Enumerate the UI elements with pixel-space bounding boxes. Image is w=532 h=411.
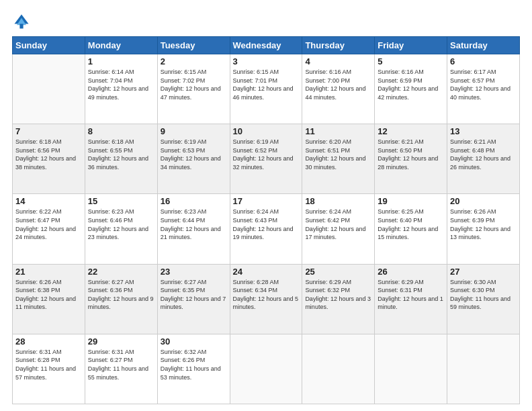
- day-info: Sunrise: 6:27 AMSunset: 6:36 PMDaylight:…: [88, 278, 154, 312]
- col-monday: Monday: [85, 37, 157, 54]
- day-number: 12: [378, 126, 444, 136]
- day-info: Sunrise: 6:29 AMSunset: 6:32 PMDaylight:…: [305, 278, 371, 312]
- table-row: 14Sunrise: 6:22 AMSunset: 6:47 PMDayligh…: [13, 194, 85, 264]
- day-info: Sunrise: 6:23 AMSunset: 6:46 PMDaylight:…: [88, 208, 154, 241]
- table-row: 24Sunrise: 6:28 AMSunset: 6:34 PMDayligh…: [230, 264, 302, 334]
- day-info: Sunrise: 6:21 AMSunset: 6:48 PMDaylight:…: [450, 138, 517, 171]
- calendar-row: 14Sunrise: 6:22 AMSunset: 6:47 PMDayligh…: [13, 194, 520, 264]
- day-info: Sunrise: 6:15 AMSunset: 7:02 PMDaylight:…: [161, 68, 227, 101]
- header-row: Sunday Monday Tuesday Wednesday Thursday…: [13, 37, 520, 54]
- table-row: 12Sunrise: 6:21 AMSunset: 6:50 PMDayligh…: [375, 124, 447, 194]
- day-info: Sunrise: 6:17 AMSunset: 6:57 PMDaylight:…: [450, 68, 517, 101]
- table-row: 28Sunrise: 6:31 AMSunset: 6:28 PMDayligh…: [13, 334, 85, 404]
- day-info: Sunrise: 6:14 AMSunset: 7:04 PMDaylight:…: [88, 68, 154, 101]
- table-row: 1Sunrise: 6:14 AMSunset: 7:04 PMDaylight…: [85, 54, 157, 124]
- logo: [12, 12, 34, 31]
- logo-icon: [12, 12, 31, 31]
- table-row: [375, 334, 447, 404]
- day-info: Sunrise: 6:29 AMSunset: 6:31 PMDaylight:…: [378, 278, 444, 312]
- day-info: Sunrise: 6:19 AMSunset: 6:52 PMDaylight:…: [233, 138, 300, 171]
- table-row: 23Sunrise: 6:27 AMSunset: 6:35 PMDayligh…: [157, 264, 230, 334]
- day-info: Sunrise: 6:26 AMSunset: 6:39 PMDaylight:…: [450, 208, 517, 241]
- calendar-table: Sunday Monday Tuesday Wednesday Thursday…: [12, 36, 520, 404]
- day-info: Sunrise: 6:27 AMSunset: 6:35 PMDaylight:…: [161, 278, 227, 312]
- col-wednesday: Wednesday: [230, 37, 302, 54]
- day-number: 27: [450, 267, 517, 277]
- day-number: 11: [305, 126, 371, 136]
- day-info: Sunrise: 6:31 AMSunset: 6:28 PMDaylight:…: [15, 348, 82, 381]
- table-row: [447, 334, 520, 404]
- day-info: Sunrise: 6:16 AMSunset: 6:59 PMDaylight:…: [378, 68, 444, 101]
- day-number: 6: [450, 56, 517, 66]
- table-row: [302, 334, 375, 404]
- day-number: 23: [161, 267, 227, 277]
- day-number: 22: [88, 267, 154, 277]
- day-number: 7: [15, 126, 82, 136]
- table-row: [13, 54, 85, 124]
- day-number: 9: [161, 126, 227, 136]
- day-number: 10: [233, 126, 300, 136]
- day-number: 2: [161, 56, 227, 66]
- day-number: 20: [450, 196, 517, 206]
- table-row: 7Sunrise: 6:18 AMSunset: 6:56 PMDaylight…: [13, 124, 85, 194]
- day-info: Sunrise: 6:18 AMSunset: 6:56 PMDaylight:…: [15, 138, 82, 171]
- table-row: 11Sunrise: 6:20 AMSunset: 6:51 PMDayligh…: [302, 124, 375, 194]
- table-row: 6Sunrise: 6:17 AMSunset: 6:57 PMDaylight…: [447, 54, 520, 124]
- col-saturday: Saturday: [447, 37, 520, 54]
- day-number: 13: [450, 126, 517, 136]
- day-number: 16: [161, 196, 227, 206]
- calendar-row: 21Sunrise: 6:26 AMSunset: 6:38 PMDayligh…: [13, 264, 520, 334]
- calendar-row: 7Sunrise: 6:18 AMSunset: 6:56 PMDaylight…: [13, 124, 520, 194]
- day-info: Sunrise: 6:24 AMSunset: 6:42 PMDaylight:…: [305, 208, 371, 241]
- day-info: Sunrise: 6:24 AMSunset: 6:43 PMDaylight:…: [233, 208, 300, 241]
- top-section: [12, 12, 520, 31]
- day-info: Sunrise: 6:16 AMSunset: 7:00 PMDaylight:…: [305, 68, 371, 101]
- day-info: Sunrise: 6:23 AMSunset: 6:44 PMDaylight:…: [161, 208, 227, 241]
- page: Sunday Monday Tuesday Wednesday Thursday…: [0, 0, 532, 411]
- day-number: 1: [88, 56, 154, 66]
- table-row: 25Sunrise: 6:29 AMSunset: 6:32 PMDayligh…: [302, 264, 375, 334]
- day-info: Sunrise: 6:31 AMSunset: 6:27 PMDaylight:…: [88, 348, 154, 381]
- table-row: 3Sunrise: 6:15 AMSunset: 7:01 PMDaylight…: [230, 54, 302, 124]
- day-number: 8: [88, 126, 154, 136]
- day-number: 29: [88, 336, 154, 347]
- day-info: Sunrise: 6:28 AMSunset: 6:34 PMDaylight:…: [233, 278, 300, 312]
- table-row: 2Sunrise: 6:15 AMSunset: 7:02 PMDaylight…: [157, 54, 230, 124]
- day-number: 3: [233, 56, 300, 66]
- table-row: 29Sunrise: 6:31 AMSunset: 6:27 PMDayligh…: [85, 334, 157, 404]
- table-row: 16Sunrise: 6:23 AMSunset: 6:44 PMDayligh…: [157, 194, 230, 264]
- table-row: 20Sunrise: 6:26 AMSunset: 6:39 PMDayligh…: [447, 194, 520, 264]
- day-info: Sunrise: 6:26 AMSunset: 6:38 PMDaylight:…: [15, 278, 82, 312]
- day-number: 24: [233, 267, 300, 277]
- table-row: 13Sunrise: 6:21 AMSunset: 6:48 PMDayligh…: [447, 124, 520, 194]
- day-number: 17: [233, 196, 300, 206]
- day-number: 18: [305, 196, 371, 206]
- day-info: Sunrise: 6:32 AMSunset: 6:26 PMDaylight:…: [161, 348, 227, 381]
- day-info: Sunrise: 6:19 AMSunset: 6:53 PMDaylight:…: [161, 138, 227, 171]
- day-number: 19: [378, 196, 444, 206]
- day-number: 21: [15, 267, 82, 277]
- day-info: Sunrise: 6:18 AMSunset: 6:55 PMDaylight:…: [88, 138, 154, 171]
- table-row: 8Sunrise: 6:18 AMSunset: 6:55 PMDaylight…: [85, 124, 157, 194]
- day-number: 30: [161, 336, 227, 347]
- day-number: 15: [88, 196, 154, 206]
- table-row: 30Sunrise: 6:32 AMSunset: 6:26 PMDayligh…: [157, 334, 230, 404]
- day-info: Sunrise: 6:20 AMSunset: 6:51 PMDaylight:…: [305, 138, 371, 171]
- day-number: 14: [15, 196, 82, 206]
- table-row: 21Sunrise: 6:26 AMSunset: 6:38 PMDayligh…: [13, 264, 85, 334]
- day-number: 5: [378, 56, 444, 66]
- table-row: 27Sunrise: 6:30 AMSunset: 6:30 PMDayligh…: [447, 264, 520, 334]
- table-row: 5Sunrise: 6:16 AMSunset: 6:59 PMDaylight…: [375, 54, 447, 124]
- day-info: Sunrise: 6:15 AMSunset: 7:01 PMDaylight:…: [233, 68, 300, 101]
- table-row: 15Sunrise: 6:23 AMSunset: 6:46 PMDayligh…: [85, 194, 157, 264]
- day-info: Sunrise: 6:25 AMSunset: 6:40 PMDaylight:…: [378, 208, 444, 241]
- table-row: 9Sunrise: 6:19 AMSunset: 6:53 PMDaylight…: [157, 124, 230, 194]
- day-info: Sunrise: 6:22 AMSunset: 6:47 PMDaylight:…: [15, 208, 82, 241]
- day-info: Sunrise: 6:21 AMSunset: 6:50 PMDaylight:…: [378, 138, 444, 171]
- table-row: 17Sunrise: 6:24 AMSunset: 6:43 PMDayligh…: [230, 194, 302, 264]
- day-number: 26: [378, 267, 444, 277]
- calendar-row: 1Sunrise: 6:14 AMSunset: 7:04 PMDaylight…: [13, 54, 520, 124]
- svg-rect-2: [19, 24, 23, 29]
- col-sunday: Sunday: [13, 37, 85, 54]
- table-row: 10Sunrise: 6:19 AMSunset: 6:52 PMDayligh…: [230, 124, 302, 194]
